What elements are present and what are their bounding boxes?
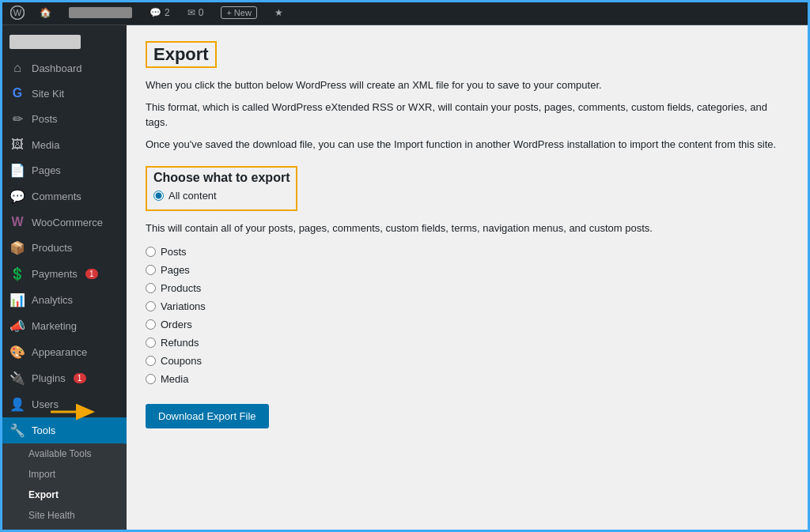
plugins-badge: 1: [74, 373, 86, 383]
pages-option[interactable]: Pages: [146, 264, 791, 276]
wordpress-icon[interactable]: W: [6, 2, 28, 24]
tools-icon: 🔧: [9, 423, 25, 438]
sidebar-item-site-kit[interactable]: G Site Kit: [0, 81, 127, 106]
sidebar: ⌂ Dashboard G Site Kit ✏ Posts 🖼 Media 📄…: [0, 25, 127, 532]
media-label: Media: [161, 373, 188, 385]
pages-label: Pages: [161, 264, 190, 276]
admin-bar-messages[interactable]: ✉ 0: [181, 7, 210, 18]
variations-radio[interactable]: [146, 301, 156, 311]
description-2: This format, which is called WordPress e…: [146, 100, 791, 130]
choose-export-section: Choose what to export All content: [146, 166, 297, 211]
export-options-list: Posts Pages Products Variations Orders R…: [146, 246, 791, 385]
admin-bar-home[interactable]: 🏠: [33, 7, 58, 18]
download-export-button[interactable]: Download Export File: [146, 404, 269, 428]
coupons-option[interactable]: Coupons: [146, 355, 791, 367]
sidebar-item-label-plugins: Plugins: [32, 372, 66, 384]
submenu-export-personal-data[interactable]: Export Personal Data: [0, 526, 127, 532]
comments-icon: 💬: [9, 189, 25, 204]
sidebar-item-posts[interactable]: ✏ Posts: [0, 106, 127, 132]
dashboard-icon: ⌂: [9, 61, 25, 75]
sidebar-item-appearance[interactable]: 🎨 Appearance: [0, 339, 127, 365]
sidebar-item-label-payments: Payments: [32, 268, 78, 280]
arrow-icon: [49, 401, 97, 423]
sidebar-item-comments[interactable]: 💬 Comments: [0, 183, 127, 209]
sidebar-item-label-site-kit: Site Kit: [32, 88, 64, 100]
tools-submenu: Available Tools Import Export Site Healt…: [0, 443, 127, 532]
refunds-radio[interactable]: [146, 338, 156, 348]
sidebar-item-dashboard[interactable]: ⌂ Dashboard: [0, 55, 127, 81]
sidebar-item-products[interactable]: 📦 Products: [0, 235, 127, 261]
site-kit-icon: G: [9, 86, 25, 100]
sidebar-item-pages[interactable]: 📄 Pages: [0, 157, 127, 183]
media-icon: 🖼: [9, 138, 25, 152]
users-icon: 👤: [9, 397, 25, 412]
sidebar-item-label-pages: Pages: [32, 164, 61, 176]
messages-count: 0: [199, 7, 204, 18]
sidebar-item-label-media: Media: [32, 139, 59, 151]
pages-radio[interactable]: [146, 265, 156, 275]
sidebar-item-label-woocommerce: WooCommerce: [32, 217, 103, 228]
admin-bar: W 🏠 💬 2 ✉ 0 + New ★: [0, 0, 810, 25]
comments-count: 2: [165, 7, 170, 18]
sidebar-item-label-marketing: Marketing: [32, 320, 77, 332]
all-content-note: This will contain all of your posts, pag…: [146, 221, 791, 236]
woocommerce-icon: W: [9, 215, 25, 229]
arrow-annotation: [49, 401, 97, 423]
media-option[interactable]: Media: [146, 373, 791, 385]
pages-icon: 📄: [9, 163, 25, 178]
sidebar-item-label-tools: Tools: [32, 424, 55, 436]
sidebar-item-label-dashboard: Dashboard: [32, 62, 82, 74]
products-radio[interactable]: [146, 283, 156, 293]
posts-icon: ✏: [9, 111, 25, 126]
posts-option[interactable]: Posts: [146, 246, 791, 258]
plugins-icon: 🔌: [9, 371, 25, 386]
posts-radio[interactable]: [146, 247, 156, 257]
description-3: Once you've saved the download file, you…: [146, 137, 791, 153]
sidebar-item-woocommerce[interactable]: W WooCommerce: [0, 209, 127, 235]
submenu-site-health[interactable]: Site Health: [0, 505, 127, 526]
all-content-radio[interactable]: [153, 191, 164, 201]
description-1: When you click the button below WordPres…: [146, 77, 791, 93]
coupons-radio[interactable]: [146, 356, 156, 366]
products-icon: 📦: [9, 240, 25, 255]
sidebar-item-label-comments: Comments: [32, 191, 81, 202]
appearance-icon: 🎨: [9, 345, 25, 360]
orders-option[interactable]: Orders: [146, 319, 791, 330]
main-content: Export When you click the button below W…: [127, 25, 810, 532]
all-content-label: All content: [168, 190, 217, 202]
admin-bar-comments[interactable]: 💬 2: [143, 7, 176, 18]
sidebar-item-analytics[interactable]: 📊 Analytics: [0, 287, 127, 313]
variations-label: Variations: [161, 300, 206, 312]
svg-text:W: W: [13, 8, 22, 17]
sidebar-item-marketing[interactable]: 📣 Marketing: [0, 313, 127, 339]
submenu-export[interactable]: Export: [0, 485, 127, 505]
sidebar-item-plugins[interactable]: 🔌 Plugins 1: [0, 365, 127, 391]
coupons-label: Coupons: [161, 355, 202, 367]
orders-label: Orders: [161, 319, 192, 330]
payments-badge: 1: [85, 269, 98, 279]
admin-bar-site-name[interactable]: [62, 7, 138, 18]
sidebar-logo: [0, 25, 127, 55]
sidebar-item-label-appearance: Appearance: [32, 346, 87, 358]
refunds-label: Refunds: [161, 337, 199, 349]
page-title: Export: [146, 41, 217, 68]
orders-radio[interactable]: [146, 319, 156, 330]
variations-option[interactable]: Variations: [146, 300, 791, 312]
all-content-option[interactable]: All content: [153, 190, 290, 202]
marketing-icon: 📣: [9, 319, 25, 334]
sidebar-item-media[interactable]: 🖼 Media: [0, 132, 127, 157]
submenu-available-tools[interactable]: Available Tools: [0, 443, 127, 464]
layout: ⌂ Dashboard G Site Kit ✏ Posts 🖼 Media 📄…: [0, 25, 810, 532]
sidebar-item-payments[interactable]: 💲 Payments 1: [0, 261, 127, 287]
products-option[interactable]: Products: [146, 282, 791, 294]
choose-export-title: Choose what to export: [153, 171, 290, 185]
admin-bar-star[interactable]: ★: [268, 7, 290, 18]
refunds-option[interactable]: Refunds: [146, 337, 791, 349]
submenu-import[interactable]: Import: [0, 464, 127, 485]
sidebar-item-label-analytics: Analytics: [32, 294, 73, 306]
analytics-icon: 📊: [9, 292, 25, 308]
products-label: Products: [161, 282, 201, 294]
admin-bar-new[interactable]: + New: [214, 6, 263, 19]
payments-icon: 💲: [9, 266, 25, 281]
media-radio[interactable]: [146, 374, 156, 384]
